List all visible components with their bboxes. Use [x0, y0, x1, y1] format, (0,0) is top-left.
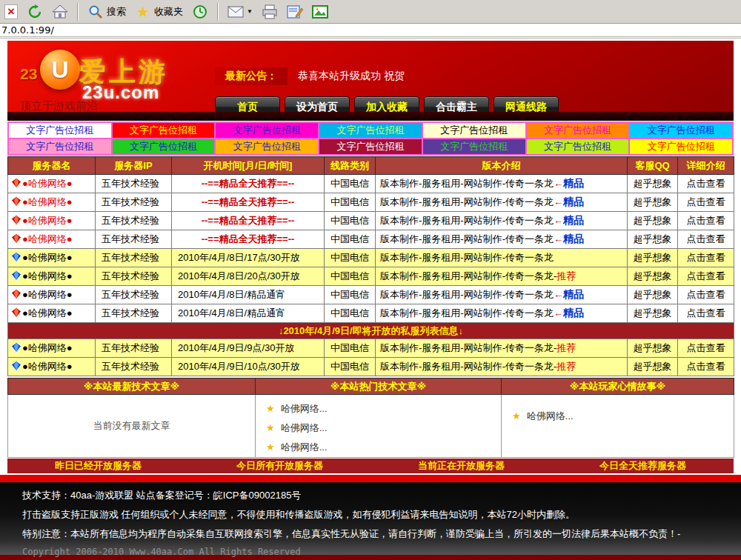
server-name-cell[interactable]: ●哈佛网络●: [8, 358, 96, 376]
ad-slot-13[interactable]: 文字广告位招租: [629, 139, 733, 155]
nav-button-3[interactable]: 合击霸主: [424, 96, 489, 119]
media-button[interactable]: [309, 1, 331, 22]
mail-button[interactable]: ▼: [225, 1, 256, 22]
server-col-header-1: 服务器IP: [96, 157, 172, 175]
ad-slot-0[interactable]: 文字广告位招租: [8, 122, 112, 139]
version-intro-cell[interactable]: 版本制作-服务租用-网站制作-传奇一条龙←精品: [376, 193, 628, 212]
service-qq-cell: 超乎想象: [628, 175, 678, 193]
version-intro-cell[interactable]: 版本制作-服务租用-网站制作-传奇一条龙←精品: [376, 175, 628, 193]
nav-button-2[interactable]: 加入收藏: [354, 96, 419, 119]
refresh-button[interactable]: [24, 1, 46, 22]
nav-button-0[interactable]: 首页: [215, 96, 280, 119]
ad-slot-10[interactable]: 文字广告位招租: [319, 139, 422, 155]
version-intro-cell[interactable]: 版本制作-服务租用-网站制作-传奇一条龙←精品: [376, 286, 628, 304]
ad-grid: 文字广告位招租文字广告位招租文字广告位招租文字广告位招租文字广告位招租文字广告位…: [7, 121, 734, 156]
version-intro-cell[interactable]: 版本制作-服务租用-网站制作-传奇一条龙←精品: [376, 230, 628, 249]
history-icon: [192, 4, 208, 20]
server-row: ●哈佛网络●五年技术经验2010年/4月/8日/精品通宵中国电信版本制作-服务租…: [8, 304, 734, 323]
server-name: ●哈佛网络●: [22, 361, 73, 372]
bottom-link-1[interactable]: 今日所有开放服务器: [189, 459, 370, 473]
stop-icon: ×: [4, 4, 18, 19]
detail-link-cell[interactable]: 点击查看: [678, 304, 734, 323]
service-qq-cell: 超乎想象: [628, 267, 678, 286]
tuijian-tag: 推荐: [556, 270, 576, 281]
article-item[interactable]: ★哈佛网络...: [512, 407, 734, 426]
bottom-link-3[interactable]: 今日全天推荐服务器: [552, 459, 734, 473]
server-ip-cell: 五年技术经验: [96, 175, 172, 193]
server-col-header-6: 详细介绍: [678, 157, 734, 175]
version-intro-cell[interactable]: 版本制作-服务租用-网站制作-传奇一条龙←精品: [376, 304, 628, 323]
server-ip-cell: 五年技术经验: [96, 249, 172, 267]
search-button[interactable]: 搜索: [84, 1, 129, 22]
line-type-cell: 中国电信: [325, 286, 376, 304]
server-name-cell[interactable]: ●哈佛网络●: [8, 193, 96, 212]
version-intro-text: 版本制作-服务租用-网站制作-传奇一条龙: [380, 252, 554, 263]
version-intro-cell[interactable]: 版本制作-服务租用-网站制作-传奇一条龙-推荐: [376, 339, 628, 358]
articles-hot-cell: ★哈佛网络...★哈佛网络...★哈佛网络...: [256, 395, 502, 458]
ad-slot-11[interactable]: 文字广告位招租: [422, 139, 526, 155]
server-name-cell[interactable]: ●哈佛网络●: [8, 267, 96, 286]
ad-slot-3[interactable]: 文字广告位招租: [319, 122, 422, 139]
stop-button[interactable]: ×: [1, 1, 21, 22]
bottom-link-0[interactable]: 昨日已经开放服务器: [7, 459, 189, 473]
detail-link-cell[interactable]: 点击查看: [678, 358, 734, 376]
server-name-cell[interactable]: ●哈佛网络●: [8, 286, 96, 304]
detail-link-cell[interactable]: 点击查看: [678, 267, 734, 286]
server-row: ●哈佛网络●五年技术经验2010年/4月/8日/20点/30开放中国电信版本制作…: [8, 267, 734, 286]
version-intro-cell[interactable]: 版本制作-服务租用-网站制作-传奇一条龙←精品: [376, 212, 628, 230]
red-gem-icon: [11, 307, 21, 318]
favorites-button[interactable]: ★ 收藏夹: [132, 1, 186, 22]
ad-slot-4[interactable]: 文字广告位招租: [422, 122, 526, 139]
nav-button-4[interactable]: 网通线路: [494, 96, 559, 119]
detail-link-cell[interactable]: 点击查看: [678, 286, 734, 304]
server-row: ●哈佛网络●五年技术经验--==精品全天推荐==--中国电信版本制作-服务租用-…: [8, 175, 734, 193]
version-intro-text: 版本制作-服务租用-网站制作-传奇一条龙: [380, 342, 554, 353]
site-tagline: 顶立于游戏前沿: [20, 99, 98, 113]
server-name-cell[interactable]: ●哈佛网络●: [8, 249, 96, 267]
version-intro-cell[interactable]: 版本制作-服务租用-网站制作-传奇一条龙-推荐: [376, 267, 628, 286]
open-time-cell: 2010年/4月/9日/9点/30开放: [172, 339, 325, 358]
ad-slot-12[interactable]: 文字广告位招租: [526, 139, 630, 155]
version-intro-cell[interactable]: 版本制作-服务租用-网站制作-传奇一条龙: [376, 249, 628, 267]
history-button[interactable]: [189, 1, 211, 22]
browser-toolbar: × 搜索 ★ 收藏夹 ▼: [0, 0, 741, 24]
left-arrow-icon: ←: [554, 233, 563, 244]
footer-antipiracy-line: 打击盗版支持正版游戏 任何组织或个人未经同意，不得使用和传播盗版游戏，如有侵犯利…: [22, 508, 719, 521]
bottom-link-2[interactable]: 当前正在开放服务器: [370, 459, 552, 473]
ad-slot-7[interactable]: 文字广告位招租: [8, 139, 112, 155]
ad-slot-6[interactable]: 文字广告位招租: [629, 122, 733, 139]
ad-slot-2[interactable]: 文字广告位招租: [215, 122, 319, 139]
print-button[interactable]: [259, 1, 281, 22]
detail-link-cell[interactable]: 点击查看: [678, 249, 734, 267]
open-time-cell: 2010年/4月/9日/10点/30开放: [172, 358, 325, 376]
server-name-cell[interactable]: ●哈佛网络●: [8, 175, 96, 193]
edit-button[interactable]: [284, 1, 306, 22]
address-bar[interactable]: 7.0.0.1:99/: [0, 24, 741, 39]
service-qq-cell: 超乎想象: [628, 358, 678, 376]
article-item[interactable]: ★哈佛网络...: [266, 438, 501, 457]
version-intro-text: 版本制作-服务租用-网站制作-传奇一条龙: [380, 289, 554, 300]
articles-section: ※本站最新技术文章※ ※本站热门技术文章※ ※本站玩家心情故事※ 当前没有最新文…: [7, 378, 734, 458]
ad-slot-8[interactable]: 文字广告位招租: [112, 139, 216, 155]
ad-slot-1[interactable]: 文字广告位招租: [112, 122, 216, 139]
detail-link-cell[interactable]: 点击查看: [678, 230, 734, 249]
server-col-header-0: 服务器名: [8, 157, 96, 175]
server-name-cell[interactable]: ●哈佛网络●: [8, 230, 96, 249]
server-name-cell[interactable]: ●哈佛网络●: [8, 212, 96, 230]
version-intro-cell[interactable]: 版本制作-服务租用-网站制作-传奇一条龙-推荐: [376, 358, 628, 376]
article-item[interactable]: ★哈佛网络...: [266, 419, 501, 438]
detail-link-cell[interactable]: 点击查看: [678, 212, 734, 230]
server-name-cell[interactable]: ●哈佛网络●: [8, 304, 96, 323]
detail-link-cell[interactable]: 点击查看: [678, 339, 734, 358]
detail-link-cell[interactable]: 点击查看: [678, 193, 734, 212]
home-button[interactable]: [49, 1, 71, 22]
left-arrow-icon: ←: [554, 196, 563, 207]
logo-sphere-icon[interactable]: U: [40, 50, 80, 90]
article-item[interactable]: ★哈佛网络...: [266, 399, 501, 419]
detail-link-cell[interactable]: 点击查看: [678, 175, 734, 193]
ad-slot-5[interactable]: 文字广告位招租: [526, 122, 630, 139]
server-name-cell[interactable]: ●哈佛网络●: [8, 339, 96, 358]
media-image-icon: [312, 4, 328, 20]
ad-slot-9[interactable]: 文字广告位招租: [215, 139, 319, 155]
nav-button-1[interactable]: 设为首页: [285, 96, 350, 119]
